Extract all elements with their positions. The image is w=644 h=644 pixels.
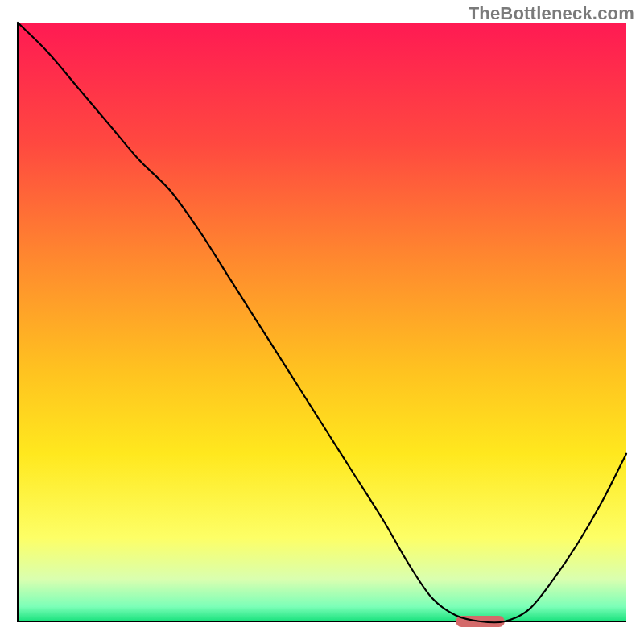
gradient-background: [18, 23, 626, 621]
bottleneck-chart: [0, 0, 644, 644]
chart-frame: TheBottleneck.com: [0, 0, 644, 644]
